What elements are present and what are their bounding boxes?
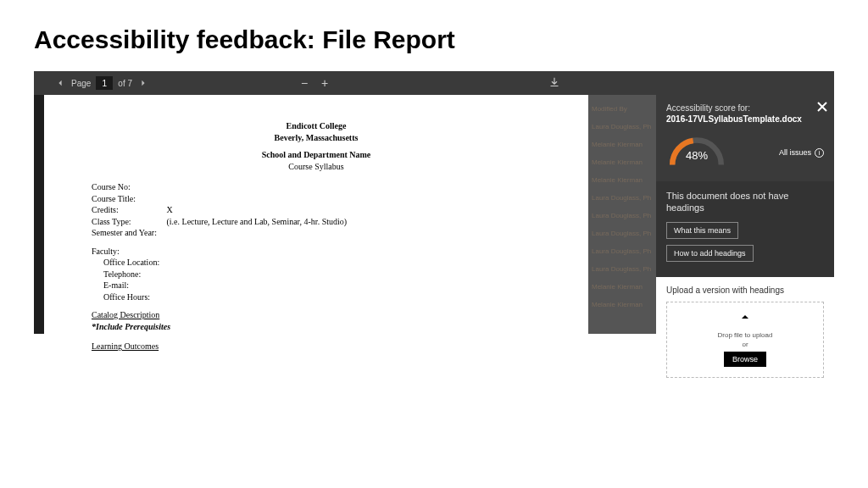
viewer-toolbar: Page of 7 − + — [34, 71, 834, 95]
doc-header-dept: School and Department Name — [92, 149, 541, 161]
field-outcomes: Learning Outcomes — [92, 341, 159, 351]
doc-header-location: Beverly, Massachusetts — [92, 132, 541, 144]
page-label: Page — [71, 79, 91, 88]
page-number-input[interactable] — [96, 76, 113, 90]
dim-row: Laura Douglass, Ph — [588, 242, 656, 260]
drop-zone[interactable]: Drop file to upload or Browse — [666, 302, 824, 378]
field-prereq: *Include Prerequisites — [92, 322, 170, 331]
doc-header-syllabus: Course Syllabus — [92, 161, 541, 173]
dim-row: Melanie Kierman — [588, 171, 656, 189]
field-course-title: Course Title: — [92, 193, 136, 205]
issue-box: This document does not have headings Wha… — [656, 181, 834, 277]
all-issues-link[interactable]: All issues i — [779, 148, 824, 158]
dim-row: Modified By — [588, 100, 656, 118]
dim-row: Melanie Kierman — [588, 153, 656, 171]
field-office-hours: Office Hours: — [103, 292, 150, 302]
dim-row: Laura Douglass, Ph — [588, 189, 656, 207]
download-button[interactable] — [549, 77, 559, 89]
upload-label: Upload a version with headings — [666, 286, 824, 295]
field-credits-value: X — [167, 205, 173, 214]
dim-row: Laura Douglass, Ph — [588, 118, 656, 136]
field-faculty: Faculty: — [92, 246, 120, 258]
document-viewer: Page of 7 − + Endicott College Beverly, … — [34, 71, 834, 334]
field-office-location: Office Location: — [103, 258, 159, 267]
viewer-left-edge — [34, 95, 44, 334]
field-semester: Semester and Year: — [92, 227, 157, 239]
dim-row: Laura Douglass, Ph — [588, 207, 656, 225]
doc-header-college: Endicott College — [92, 120, 541, 132]
accessibility-panel: Accessibility score for: 2016-17VLSyllab… — [656, 95, 834, 334]
zoom-out-button[interactable]: − — [298, 76, 310, 90]
upload-icon — [674, 313, 816, 330]
next-page-button[interactable] — [137, 77, 149, 89]
field-course-no: Course No: — [92, 181, 131, 193]
upload-section: Upload a version with headings Drop file… — [656, 277, 834, 386]
document-page: Endicott College Beverly, Massachusetts … — [44, 95, 588, 334]
prev-page-button[interactable] — [54, 77, 66, 89]
score-for-label: Accessibility score for: — [666, 103, 824, 113]
dim-row: Laura Douglass, Ph — [588, 225, 656, 242]
what-this-means-button[interactable]: What this means — [666, 222, 738, 239]
how-to-add-headings-button[interactable]: How to add headings — [666, 245, 754, 262]
field-email: E-mail: — [103, 280, 129, 290]
drop-text: Drop file to upload — [674, 331, 816, 339]
field-class-type-label: Class Type: — [92, 216, 164, 228]
score-percent: 48% — [666, 149, 727, 162]
field-catalog: Catalog Description — [92, 310, 159, 319]
background-column: Modified By Laura Douglass, Ph Melanie K… — [588, 95, 656, 334]
page-of-label: of 7 — [118, 79, 132, 88]
field-class-type-value: (i.e. Lecture, Lecture and Lab, Seminar,… — [167, 217, 348, 226]
dim-row: Melanie Kierman — [588, 296, 656, 313]
file-name: 2016-17VLSyllabusTemplate.docx — [666, 114, 824, 124]
issue-title: This document does not have headings — [666, 190, 824, 214]
dim-row: Laura Douglass, Ph — [588, 260, 656, 278]
browse-button[interactable]: Browse — [724, 352, 766, 367]
info-icon: i — [815, 148, 824, 158]
close-button[interactable] — [817, 100, 827, 115]
dim-row: Melanie Kierman — [588, 136, 656, 153]
field-credits-label: Credits: — [92, 204, 164, 216]
field-telephone: Telephone: — [103, 269, 141, 279]
dim-row: Melanie Kierman — [588, 278, 656, 296]
page-title: Accessibility feedback: File Report — [34, 25, 834, 54]
or-text: or — [674, 341, 816, 348]
score-gauge: 48% — [666, 134, 727, 171]
zoom-in-button[interactable]: + — [319, 76, 331, 90]
